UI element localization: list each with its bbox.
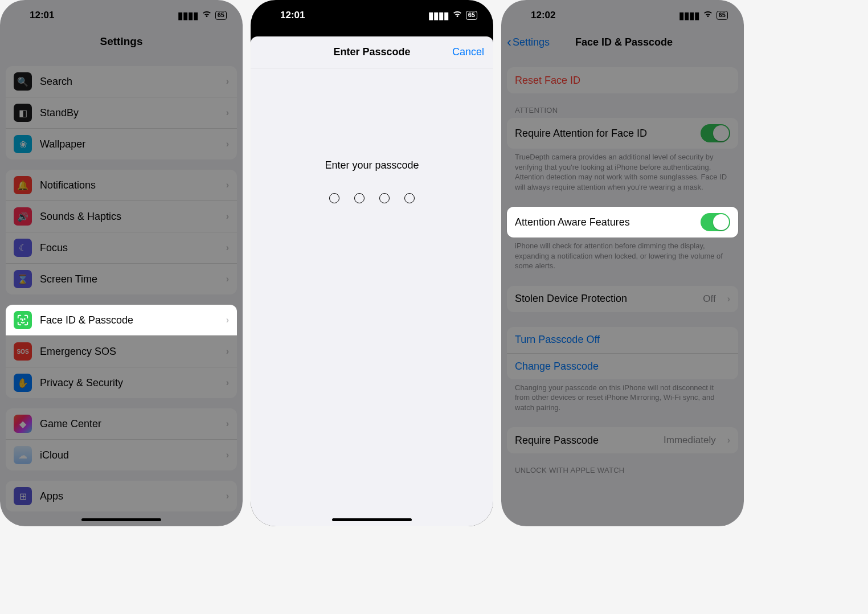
row-label: Require Passcode [515, 435, 656, 447]
attention-aware-group: Attention Aware Features [507, 207, 738, 238]
chevron-right-icon: › [226, 491, 229, 501]
battery-indicator: 65 [466, 11, 477, 19]
settings-row-wallpaper[interactable]: ❀ Wallpaper › [6, 128, 237, 159]
status-bar: 12:01 ▮▮▮▮ 65 [251, 0, 493, 31]
modal-header: Enter Passcode Cancel [251, 36, 493, 68]
row-label: Emergency SOS [40, 346, 218, 358]
passcode-dots [251, 193, 493, 203]
settings-row-standby[interactable]: ◧ StandBy › [6, 97, 237, 128]
privacy-icon: ✋ [14, 374, 32, 392]
gamecenter-icon: ◆ [14, 415, 32, 433]
attention-aware-footer: iPhone will check for attention before d… [501, 238, 744, 271]
settings-row-faceid[interactable]: Face ID & Passcode › [6, 305, 237, 335]
require-passcode-row[interactable]: Require Passcode Immediately › [507, 427, 738, 453]
stolen-device-row[interactable]: Stolen Device Protection Off › [507, 286, 738, 312]
require-attention-row[interactable]: Require Attention for Face ID [507, 118, 738, 149]
icloud-icon: ☁ [14, 446, 32, 464]
battery-indicator: 65 [716, 11, 728, 19]
change-passcode-button[interactable]: Change Passcode [507, 353, 738, 379]
row-label: Turn Passcode Off [515, 334, 730, 346]
notifications-icon: 🔔 [14, 176, 32, 194]
change-passcode-footer: Changing your passcode on this iPhone wi… [501, 379, 744, 413]
settings-row-focus[interactable]: ☾ Focus › [6, 232, 237, 263]
reset-faceid-button[interactable]: Reset Face ID [507, 67, 738, 93]
settings-row-sos[interactable]: SOS Emergency SOS › [6, 335, 237, 367]
passcode-dot [329, 193, 339, 203]
sos-icon: SOS [14, 342, 32, 361]
passcode-dot [379, 193, 390, 203]
settings-row-gamecenter[interactable]: ◆ Game Center › [6, 408, 237, 439]
row-label: Game Center [40, 418, 218, 430]
reset-group: Reset Face ID [507, 67, 738, 93]
settings-row-sounds[interactable]: 🔊 Sounds & Haptics › [6, 200, 237, 232]
unlock-watch-header: UNLOCK WITH APPLE WATCH [501, 453, 744, 478]
row-label: Sounds & Haptics [40, 211, 218, 223]
settings-row-screentime[interactable]: ⌛ Screen Time › [6, 263, 237, 294]
chevron-right-icon: › [226, 378, 229, 388]
row-label: Attention Aware Features [515, 216, 693, 228]
require-attention-toggle[interactable] [701, 124, 730, 142]
settings-row-apps[interactable]: ⊞ Apps › [6, 481, 237, 511]
search-icon: 🔍 [14, 72, 32, 91]
status-time: 12:01 [16, 10, 178, 21]
wifi-icon [703, 10, 713, 21]
page-title: Settings [0, 31, 243, 56]
status-time: 12:01 [267, 10, 428, 21]
require-passcode-group: Require Passcode Immediately › [507, 427, 738, 453]
settings-row-search[interactable]: 🔍 Search › [6, 66, 237, 97]
require-attention-group: Require Attention for Face ID [507, 118, 738, 149]
row-label: Focus [40, 242, 218, 254]
chevron-right-icon: › [226, 211, 229, 222]
apps-icon: ⊞ [14, 487, 32, 505]
status-bar: 12:01 ▮▮▮▮ 65 [0, 0, 243, 31]
cancel-button[interactable]: Cancel [452, 46, 484, 58]
focus-icon: ☾ [14, 239, 32, 257]
row-label: Wallpaper [40, 138, 218, 150]
status-bar: 12:02 ▮▮▮▮ 65 [501, 0, 744, 31]
passcode-actions-group: Turn Passcode Off Change Passcode [507, 327, 738, 379]
nav-bar: ‹ Settings Face ID & Passcode [501, 31, 744, 57]
row-value: Immediately [664, 435, 716, 446]
page-title: Face ID & Passcode [510, 36, 738, 48]
row-label: Require Attention for Face ID [515, 128, 693, 140]
home-indicator[interactable] [81, 518, 161, 521]
require-attention-footer: TrueDepth camera provides an additional … [501, 149, 744, 192]
chevron-right-icon: › [226, 450, 229, 460]
chevron-right-icon: › [226, 108, 229, 118]
attention-aware-toggle[interactable] [701, 213, 730, 231]
chevron-right-icon: › [727, 294, 730, 304]
attention-header: ATTENTION [501, 93, 744, 118]
chevron-right-icon: › [226, 76, 229, 87]
standby-icon: ◧ [14, 104, 32, 122]
settings-row-icloud[interactable]: ☁ iCloud › [6, 439, 237, 470]
settings-screen: 12:01 ▮▮▮▮ 65 Settings 🔍 Search › ◧ Stan… [0, 0, 243, 526]
row-label: StandBy [40, 107, 218, 119]
settings-row-notifications[interactable]: 🔔 Notifications › [6, 170, 237, 200]
passcode-modal: Enter Passcode Cancel Enter your passcod… [251, 36, 493, 526]
faceid-settings-screen: 12:02 ▮▮▮▮ 65 ‹ Settings Face ID & Passc… [501, 0, 744, 526]
svg-point-1 [24, 319, 25, 320]
row-label: Screen Time [40, 273, 218, 285]
settings-group-4: ◆ Game Center › ☁ iCloud › [6, 408, 237, 470]
wifi-icon [452, 10, 462, 21]
row-label: Apps [40, 490, 218, 502]
chevron-right-icon: › [226, 180, 229, 190]
wifi-icon [202, 10, 212, 21]
settings-row-privacy[interactable]: ✋ Privacy & Security › [6, 367, 237, 398]
settings-group-2: 🔔 Notifications › 🔊 Sounds & Haptics › ☾… [6, 170, 237, 294]
cellular-icon: ▮▮▮▮ [178, 10, 198, 22]
attention-aware-row[interactable]: Attention Aware Features [507, 207, 738, 238]
chevron-right-icon: › [226, 419, 229, 429]
row-label: Reset Face ID [515, 75, 730, 87]
battery-indicator: 65 [215, 11, 227, 19]
status-time: 12:02 [517, 10, 679, 21]
chevron-right-icon: › [226, 346, 229, 357]
row-label: Change Passcode [515, 361, 730, 373]
row-value: Off [703, 293, 715, 305]
row-label: iCloud [40, 449, 218, 461]
passcode-screen: 12:01 ▮▮▮▮ 65 Enter Passcode Cancel Ente… [251, 0, 493, 526]
wallpaper-icon: ❀ [14, 135, 32, 153]
settings-group-5: ⊞ Apps › [6, 481, 237, 511]
turn-passcode-off-button[interactable]: Turn Passcode Off [507, 327, 738, 353]
home-indicator[interactable] [332, 518, 412, 521]
